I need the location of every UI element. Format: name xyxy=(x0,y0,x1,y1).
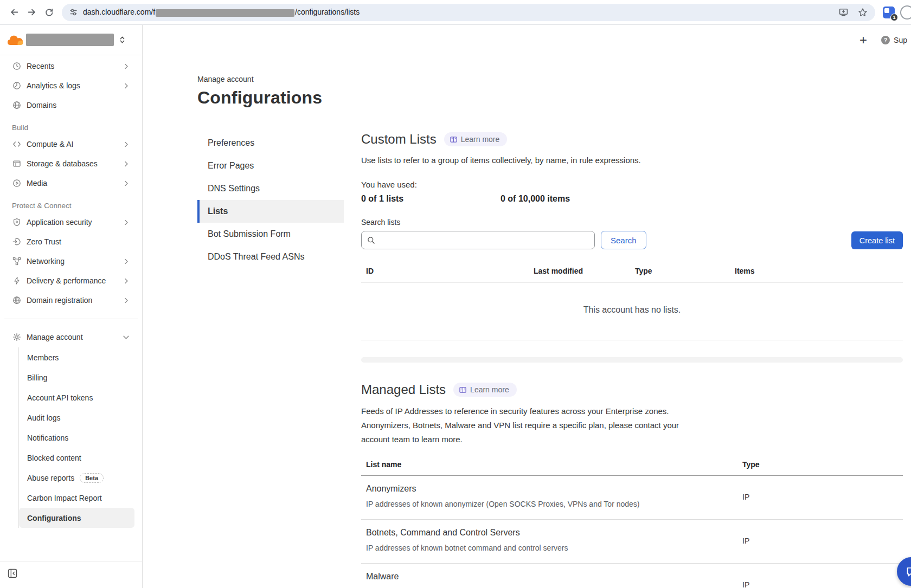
column-header-type: Type xyxy=(635,267,735,275)
address-bar[interactable]: dash.cloudflare.com/f/configurations/lis… xyxy=(62,4,875,21)
empty-state-message: This account has no lists. xyxy=(361,282,903,340)
sidebar-item-zero-trust[interactable]: Zero Trust xyxy=(0,232,142,251)
browser-reload-button[interactable] xyxy=(40,4,57,21)
table-row-malware: Malware IP addresses of known sources of… xyxy=(361,564,903,588)
tab-preferences[interactable]: Preferences xyxy=(197,132,344,154)
book-icon xyxy=(459,386,466,393)
page-title: Configurations xyxy=(197,88,911,108)
sidebar-item-account-api-tokens[interactable]: Account API tokens xyxy=(19,387,134,408)
horizontal-scrollbar-track[interactable] xyxy=(361,357,903,363)
chevron-right-icon xyxy=(124,63,129,69)
sidebar-item-storage-databases[interactable]: Storage & databases xyxy=(0,154,142,173)
profile-icon[interactable] xyxy=(900,5,911,20)
column-header-last-modified: Last modified xyxy=(534,267,635,275)
list-type: IP xyxy=(742,580,903,588)
browser-forward-button[interactable] xyxy=(23,4,40,21)
chevron-right-icon xyxy=(124,219,129,225)
sidebar-item-recents[interactable]: Recents xyxy=(0,56,142,76)
sidebar-item-blocked-content[interactable]: Blocked content xyxy=(19,448,134,468)
account-selector[interactable] xyxy=(0,25,142,55)
list-name: Anonymizers xyxy=(366,484,742,494)
beta-badge: Beta xyxy=(80,473,104,483)
breadcrumb: Manage account xyxy=(197,75,911,83)
support-link[interactable]: ? Sup xyxy=(881,36,907,44)
reload-icon xyxy=(44,8,54,17)
search-button[interactable]: Search xyxy=(601,231,646,249)
search-input-wrapper xyxy=(361,231,595,249)
browser-back-button[interactable] xyxy=(5,4,23,21)
sidebar: Recents Analytics & logs Domains Build C… xyxy=(0,25,143,588)
sidebar-item-media[interactable]: Media xyxy=(0,173,142,193)
page-content: Manage account Configurations Preference… xyxy=(143,55,911,588)
main-area: + ? Sup Manage account Configurations Pr… xyxy=(143,25,911,588)
column-header-list-name: List name xyxy=(366,460,742,469)
sidebar-item-manage-account[interactable]: Manage account xyxy=(0,327,142,347)
chevron-right-icon xyxy=(124,161,129,167)
search-lists-input[interactable] xyxy=(380,236,589,244)
create-list-button[interactable]: Create list xyxy=(851,231,903,249)
chevron-right-icon xyxy=(124,278,129,284)
forward-icon xyxy=(27,8,36,17)
sidebar-item-compute-ai[interactable]: Compute & AI xyxy=(0,134,142,154)
history-icon xyxy=(12,62,21,70)
sidebar-item-billing[interactable]: Billing xyxy=(19,367,134,387)
sidebar-nav: Recents Analytics & logs Domains Build C… xyxy=(0,55,142,561)
list-name: Malware xyxy=(366,572,742,581)
code-icon xyxy=(12,140,21,148)
list-type: IP xyxy=(742,537,903,545)
sidebar-item-audit-logs[interactable]: Audit logs xyxy=(19,408,134,428)
add-button[interactable]: + xyxy=(859,34,867,47)
extension-glyph xyxy=(884,8,889,13)
manage-account-submenu: Members Billing Account API tokens Audit… xyxy=(18,347,142,528)
extension-icon[interactable]: 1 xyxy=(883,7,895,18)
sidebar-footer xyxy=(0,561,142,588)
usage-heading: You have used: xyxy=(361,180,903,189)
table-row-anonymizers: Anonymizers IP addresses of known anonym… xyxy=(361,476,903,520)
tab-dns-settings[interactable]: DNS Settings xyxy=(197,177,344,200)
chevron-right-icon xyxy=(124,180,129,186)
managed-lists-description: Feeds of IP Addresses to reference in se… xyxy=(361,404,693,446)
site-info-icon xyxy=(69,8,78,16)
sidebar-item-networking[interactable]: Networking xyxy=(0,251,142,271)
account-selector-icon[interactable] xyxy=(118,35,126,44)
account-topbar: + ? Sup xyxy=(143,25,911,55)
tab-bot-submission-form[interactable]: Bot Submission Form xyxy=(197,223,344,245)
sidebar-item-domains[interactable]: Domains xyxy=(0,95,142,115)
sidebar-item-notifications[interactable]: Notifications xyxy=(19,428,134,448)
install-app-icon[interactable] xyxy=(839,8,848,17)
tab-error-pages[interactable]: Error Pages xyxy=(197,154,344,177)
managed-lists-title: Managed Lists xyxy=(361,382,446,397)
bookmark-star-icon[interactable] xyxy=(858,8,868,17)
list-description: IP addresses of known botnet command and… xyxy=(366,542,713,554)
lists-section: Custom Lists Learn more Use lists to ref… xyxy=(361,132,903,588)
items-usage-value: 0 of 10,000 items xyxy=(501,194,570,204)
sidebar-item-abuse-reports[interactable]: Abuse reports Beta xyxy=(19,468,134,488)
gear-icon xyxy=(12,333,21,341)
sidebar-section-protect-connect: Protect & Connect xyxy=(12,198,142,212)
sidebar-item-members[interactable]: Members xyxy=(19,347,134,367)
extension-badge: 1 xyxy=(890,14,898,21)
collapse-sidebar-icon[interactable] xyxy=(8,568,17,578)
custom-lists-learn-more-link[interactable]: Learn more xyxy=(444,132,508,146)
help-icon: ? xyxy=(881,36,890,44)
custom-lists-table-header: ID Last modified Type Items xyxy=(361,267,903,282)
back-icon xyxy=(10,8,19,17)
sidebar-item-configurations[interactable]: Configurations xyxy=(19,508,134,528)
search-icon xyxy=(367,236,375,244)
managed-lists-learn-more-link[interactable]: Learn more xyxy=(453,383,517,397)
login-icon xyxy=(12,237,21,246)
chevron-right-icon xyxy=(124,141,129,147)
column-header-type: Type xyxy=(742,460,903,469)
column-header-items: Items xyxy=(735,267,903,275)
tab-lists[interactable]: Lists xyxy=(197,200,344,223)
sidebar-item-analytics-logs[interactable]: Analytics & logs xyxy=(0,76,142,95)
browser-toolbar: dash.cloudflare.com/f/configurations/lis… xyxy=(0,0,911,25)
sidebar-item-domain-registration[interactable]: Domain registration xyxy=(0,290,142,310)
list-name: Botnets, Command and Control Servers xyxy=(366,528,742,538)
tab-ddos-threat-feed-asns[interactable]: DDoS Threat Feed ASNs xyxy=(197,245,344,268)
sidebar-item-application-security[interactable]: Application security xyxy=(0,212,142,232)
sidebar-item-carbon-impact-report[interactable]: Carbon Impact Report xyxy=(19,488,134,508)
cloudflare-logo xyxy=(6,34,24,47)
url-text: dash.cloudflare.com/f/configurations/lis… xyxy=(83,8,832,16)
sidebar-item-delivery-performance[interactable]: Delivery & performance xyxy=(0,271,142,290)
